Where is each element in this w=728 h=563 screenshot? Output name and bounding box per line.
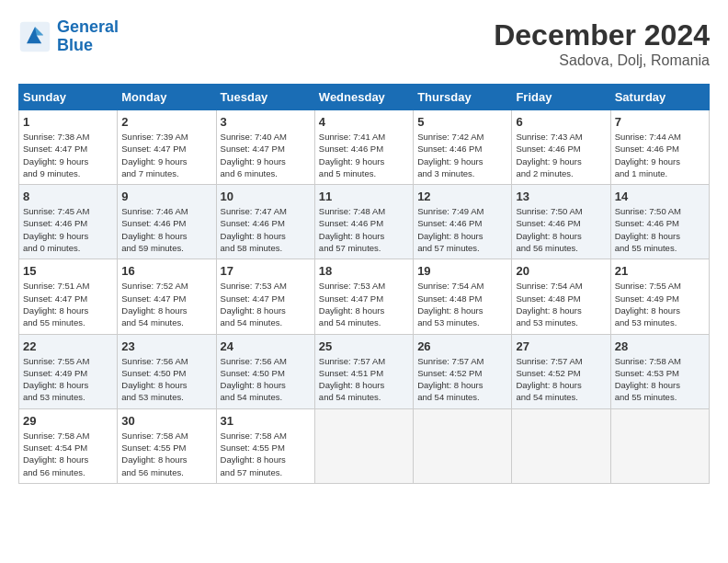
day-info: Sunrise: 7:54 AM Sunset: 4:48 PM Dayligh… bbox=[417, 280, 507, 328]
logo-icon bbox=[18, 20, 51, 53]
day-info: Sunrise: 7:54 AM Sunset: 4:48 PM Dayligh… bbox=[516, 280, 606, 328]
calendar-cell: 2Sunrise: 7:39 AM Sunset: 4:47 PM Daylig… bbox=[118, 110, 216, 185]
calendar-cell: 4Sunrise: 7:41 AM Sunset: 4:46 PM Daylig… bbox=[314, 110, 413, 185]
calendar-cell: 1Sunrise: 7:38 AM Sunset: 4:47 PM Daylig… bbox=[19, 110, 118, 185]
day-number: 21 bbox=[615, 264, 705, 278]
day-info: Sunrise: 7:42 AM Sunset: 4:46 PM Dayligh… bbox=[417, 131, 507, 179]
day-info: Sunrise: 7:48 AM Sunset: 4:46 PM Dayligh… bbox=[319, 205, 409, 254]
day-info: Sunrise: 7:57 AM Sunset: 4:52 PM Dayligh… bbox=[516, 355, 606, 404]
day-info: Sunrise: 7:41 AM Sunset: 4:46 PM Dayligh… bbox=[319, 131, 409, 179]
day-number: 1 bbox=[23, 115, 113, 129]
calendar-cell bbox=[414, 408, 512, 483]
calendar-cell: 14Sunrise: 7:50 AM Sunset: 4:46 PM Dayli… bbox=[610, 185, 709, 259]
day-info: Sunrise: 7:50 AM Sunset: 4:46 PM Dayligh… bbox=[615, 205, 705, 254]
calendar-cell: 23Sunrise: 7:56 AM Sunset: 4:50 PM Dayli… bbox=[118, 334, 216, 408]
calendar-cell: 26Sunrise: 7:57 AM Sunset: 4:52 PM Dayli… bbox=[414, 334, 512, 408]
day-number: 15 bbox=[23, 264, 113, 278]
logo-line2: Blue bbox=[57, 36, 93, 54]
day-info: Sunrise: 7:50 AM Sunset: 4:46 PM Dayligh… bbox=[516, 205, 606, 254]
calendar-cell: 18Sunrise: 7:53 AM Sunset: 4:47 PM Dayli… bbox=[314, 259, 413, 334]
weekday-header-thursday: Thursday bbox=[414, 85, 512, 110]
calendar-cell: 17Sunrise: 7:53 AM Sunset: 4:47 PM Dayli… bbox=[216, 259, 314, 334]
calendar-week-row: 15Sunrise: 7:51 AM Sunset: 4:47 PM Dayli… bbox=[19, 259, 710, 334]
calendar-cell: 25Sunrise: 7:57 AM Sunset: 4:51 PM Dayli… bbox=[314, 334, 413, 408]
title-block: December 2024 Sadova, Dolj, Romania bbox=[494, 18, 710, 69]
day-number: 11 bbox=[319, 190, 409, 203]
calendar-cell: 16Sunrise: 7:52 AM Sunset: 4:47 PM Dayli… bbox=[118, 259, 216, 334]
day-info: Sunrise: 7:39 AM Sunset: 4:47 PM Dayligh… bbox=[121, 131, 211, 179]
day-number: 26 bbox=[417, 339, 507, 353]
weekday-header-monday: Monday bbox=[118, 85, 216, 110]
calendar-week-row: 8Sunrise: 7:45 AM Sunset: 4:46 PM Daylig… bbox=[19, 185, 710, 259]
day-number: 6 bbox=[516, 115, 606, 129]
calendar-week-row: 1Sunrise: 7:38 AM Sunset: 4:47 PM Daylig… bbox=[19, 110, 710, 185]
calendar-cell: 7Sunrise: 7:44 AM Sunset: 4:46 PM Daylig… bbox=[610, 110, 709, 185]
day-info: Sunrise: 7:49 AM Sunset: 4:46 PM Dayligh… bbox=[417, 205, 507, 254]
day-number: 27 bbox=[516, 339, 606, 353]
calendar-cell: 15Sunrise: 7:51 AM Sunset: 4:47 PM Dayli… bbox=[19, 259, 118, 334]
day-info: Sunrise: 7:56 AM Sunset: 4:50 PM Dayligh… bbox=[221, 355, 311, 404]
day-info: Sunrise: 7:51 AM Sunset: 4:47 PM Dayligh… bbox=[23, 280, 113, 328]
calendar-cell: 13Sunrise: 7:50 AM Sunset: 4:46 PM Dayli… bbox=[512, 185, 610, 259]
day-info: Sunrise: 7:46 AM Sunset: 4:46 PM Dayligh… bbox=[121, 205, 211, 254]
day-number: 20 bbox=[516, 264, 606, 278]
day-number: 31 bbox=[221, 414, 311, 428]
calendar-cell: 24Sunrise: 7:56 AM Sunset: 4:50 PM Dayli… bbox=[216, 334, 314, 408]
day-number: 16 bbox=[121, 264, 211, 278]
day-number: 29 bbox=[23, 414, 113, 428]
calendar-cell bbox=[610, 408, 709, 483]
day-number: 18 bbox=[319, 264, 409, 278]
day-number: 9 bbox=[121, 190, 211, 203]
day-info: Sunrise: 7:58 AM Sunset: 4:54 PM Dayligh… bbox=[23, 430, 113, 478]
day-info: Sunrise: 7:58 AM Sunset: 4:55 PM Dayligh… bbox=[121, 430, 211, 478]
calendar-cell: 31Sunrise: 7:58 AM Sunset: 4:55 PM Dayli… bbox=[216, 408, 314, 483]
day-info: Sunrise: 7:38 AM Sunset: 4:47 PM Dayligh… bbox=[23, 131, 113, 179]
day-number: 25 bbox=[319, 339, 409, 353]
day-number: 30 bbox=[121, 414, 211, 428]
calendar-cell: 3Sunrise: 7:40 AM Sunset: 4:47 PM Daylig… bbox=[216, 110, 314, 185]
day-number: 24 bbox=[221, 339, 311, 353]
month-title: December 2024 bbox=[494, 18, 710, 52]
calendar-cell: 28Sunrise: 7:58 AM Sunset: 4:53 PM Dayli… bbox=[610, 334, 709, 408]
day-number: 12 bbox=[417, 190, 507, 203]
day-info: Sunrise: 7:40 AM Sunset: 4:47 PM Dayligh… bbox=[221, 131, 311, 179]
weekday-header-friday: Friday bbox=[512, 85, 610, 110]
calendar-cell: 19Sunrise: 7:54 AM Sunset: 4:48 PM Dayli… bbox=[414, 259, 512, 334]
day-number: 19 bbox=[417, 264, 507, 278]
calendar-cell: 12Sunrise: 7:49 AM Sunset: 4:46 PM Dayli… bbox=[414, 185, 512, 259]
calendar-cell bbox=[314, 408, 413, 483]
calendar-cell: 27Sunrise: 7:57 AM Sunset: 4:52 PM Dayli… bbox=[512, 334, 610, 408]
calendar-cell: 29Sunrise: 7:58 AM Sunset: 4:54 PM Dayli… bbox=[19, 408, 118, 483]
logo-text: General Blue bbox=[57, 18, 119, 55]
calendar-cell: 21Sunrise: 7:55 AM Sunset: 4:49 PM Dayli… bbox=[610, 259, 709, 334]
calendar-cell: 8Sunrise: 7:45 AM Sunset: 4:46 PM Daylig… bbox=[19, 185, 118, 259]
day-info: Sunrise: 7:58 AM Sunset: 4:55 PM Dayligh… bbox=[221, 430, 311, 478]
day-number: 28 bbox=[615, 339, 705, 353]
calendar-week-row: 29Sunrise: 7:58 AM Sunset: 4:54 PM Dayli… bbox=[19, 408, 710, 483]
day-number: 8 bbox=[23, 190, 113, 203]
calendar-cell: 22Sunrise: 7:55 AM Sunset: 4:49 PM Dayli… bbox=[19, 334, 118, 408]
calendar-cell: 9Sunrise: 7:46 AM Sunset: 4:46 PM Daylig… bbox=[118, 185, 216, 259]
page-header: General Blue December 2024 Sadova, Dolj,… bbox=[18, 18, 710, 69]
day-info: Sunrise: 7:56 AM Sunset: 4:50 PM Dayligh… bbox=[121, 355, 211, 404]
day-number: 14 bbox=[615, 190, 705, 203]
day-number: 22 bbox=[23, 339, 113, 353]
calendar-cell: 10Sunrise: 7:47 AM Sunset: 4:46 PM Dayli… bbox=[216, 185, 314, 259]
day-info: Sunrise: 7:43 AM Sunset: 4:46 PM Dayligh… bbox=[516, 131, 606, 179]
weekday-header-tuesday: Tuesday bbox=[216, 85, 314, 110]
day-info: Sunrise: 7:55 AM Sunset: 4:49 PM Dayligh… bbox=[23, 355, 113, 404]
calendar-cell: 20Sunrise: 7:54 AM Sunset: 4:48 PM Dayli… bbox=[512, 259, 610, 334]
day-number: 5 bbox=[417, 115, 507, 129]
calendar-table: SundayMondayTuesdayWednesdayThursdayFrid… bbox=[18, 84, 710, 484]
calendar-cell: 6Sunrise: 7:43 AM Sunset: 4:46 PM Daylig… bbox=[512, 110, 610, 185]
day-info: Sunrise: 7:57 AM Sunset: 4:51 PM Dayligh… bbox=[319, 355, 409, 404]
day-number: 13 bbox=[516, 190, 606, 203]
calendar-week-row: 22Sunrise: 7:55 AM Sunset: 4:49 PM Dayli… bbox=[19, 334, 710, 408]
day-info: Sunrise: 7:57 AM Sunset: 4:52 PM Dayligh… bbox=[417, 355, 507, 404]
weekday-header-sunday: Sunday bbox=[19, 85, 118, 110]
calendar-cell: 30Sunrise: 7:58 AM Sunset: 4:55 PM Dayli… bbox=[118, 408, 216, 483]
day-info: Sunrise: 7:53 AM Sunset: 4:47 PM Dayligh… bbox=[319, 280, 409, 328]
day-info: Sunrise: 7:44 AM Sunset: 4:46 PM Dayligh… bbox=[615, 131, 705, 179]
day-number: 4 bbox=[319, 115, 409, 129]
day-info: Sunrise: 7:53 AM Sunset: 4:47 PM Dayligh… bbox=[221, 280, 311, 328]
